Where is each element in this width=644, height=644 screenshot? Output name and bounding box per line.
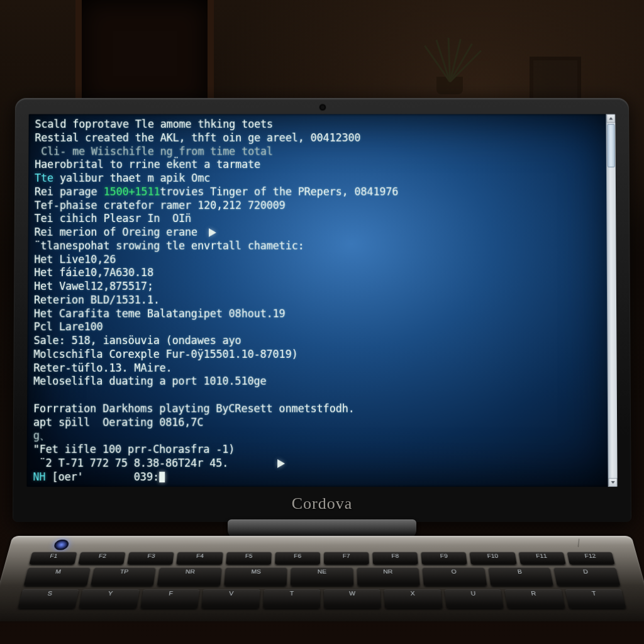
terminal-line: Het fáie10,7A630.18 bbox=[34, 266, 604, 280]
scroll-thumb[interactable] bbox=[608, 124, 615, 167]
terminal-text: Rei parage bbox=[35, 186, 104, 198]
keyboard-key[interactable]: NE bbox=[291, 567, 353, 586]
screen[interactable]: Scald foprotave Tle amome thking toetsRe… bbox=[26, 114, 617, 487]
terminal-line: Restial created the AKL, thft oin ge are… bbox=[35, 131, 602, 145]
terminal-text: Het Vawel12,875517; bbox=[34, 280, 153, 292]
terminal-text: Restial created the AKL, thft oin ge are… bbox=[35, 131, 360, 144]
keyboard-key[interactable]: NR bbox=[357, 567, 420, 586]
terminal-text: Tte bbox=[35, 172, 60, 184]
keyboard-key[interactable]: B bbox=[488, 567, 553, 586]
terminal-text: NH bbox=[33, 470, 52, 483]
keyboard-key[interactable]: F bbox=[140, 589, 199, 609]
terminal-line: Het Live10,26 bbox=[34, 253, 604, 267]
terminal-line: NH [oer' 039: bbox=[33, 470, 604, 484]
keyboard-key[interactable]: F7 bbox=[324, 552, 369, 565]
terminal-line: Tei cihich Pleasr In OIn̈ bbox=[35, 212, 604, 225]
terminal-text: Reter-tüflo.13. MAire. bbox=[33, 361, 172, 374]
terminal-text: Forrration Darkhoms playting ByCResett o… bbox=[33, 402, 355, 414]
terminal-text: trovies Tinger of the PRepers, 0841976 bbox=[160, 186, 398, 198]
keyboard-key[interactable]: F2 bbox=[78, 552, 125, 565]
keyboard-key[interactable]: Y bbox=[79, 589, 140, 609]
terminal-text: Tei cihich Pleasr In OIn̈ bbox=[35, 212, 191, 225]
terminal-text: "Fet iifle 100 prr-Chorasfra -1) bbox=[33, 443, 235, 455]
terminal-text: [oer' 039: bbox=[52, 470, 159, 483]
terminal-cursor bbox=[159, 472, 165, 482]
power-button[interactable] bbox=[53, 540, 70, 550]
laptop-brand-label: Cordova bbox=[13, 494, 631, 513]
webcam bbox=[319, 104, 326, 111]
keyboard-key[interactable]: TP bbox=[91, 567, 156, 586]
terminal-text: Molcschifla Corexple Fur-0ÿ15501.10-8701… bbox=[33, 348, 297, 360]
terminal-text: Sale: 518, iansöuvia (ondawes ayo bbox=[34, 334, 242, 347]
terminal-text: apt sp̈ill Oerating 0816,7C bbox=[33, 416, 204, 428]
keyboard-key[interactable]: F9 bbox=[421, 552, 468, 565]
keyboard-key[interactable]: R bbox=[504, 589, 565, 609]
terminal-text: Haerobrital to rrine ek̈ent a tarmate bbox=[35, 158, 260, 171]
play-icon bbox=[209, 228, 216, 237]
keyboard-key[interactable]: U bbox=[445, 589, 504, 609]
background-plant bbox=[411, 19, 487, 94]
scroll-down-button[interactable] bbox=[609, 478, 618, 487]
terminal-text: Pcl Lare100 bbox=[34, 321, 103, 333]
keyboard-key[interactable]: F8 bbox=[372, 552, 418, 565]
terminal-text: Cli- me Wiischifle ng from time total bbox=[35, 145, 273, 157]
terminal-text: ¨tlanespohat srowing tle envrtall chamet… bbox=[34, 239, 304, 252]
terminal-text: Tef-phaise cratefor ramer 120,212 720009 bbox=[35, 199, 286, 211]
keyboard[interactable]: F1F2F3F4F5F6F7F8F9F10F11F12 MTPNRMSNENRO… bbox=[18, 552, 626, 609]
play-icon bbox=[277, 459, 285, 468]
terminal-text: Meloselifla duating a port 1010.510ge bbox=[33, 375, 266, 387]
keyboard-key[interactable]: F11 bbox=[518, 552, 565, 565]
terminal-line: Reter-tüflo.13. MAire. bbox=[33, 361, 604, 375]
photo-scene: Scald foprotave Tle amome thking toetsRe… bbox=[0, 0, 644, 644]
keyboard-key[interactable]: T bbox=[263, 589, 320, 609]
terminal-line: Tef-phaise cratefor ramer 120,212 720009 bbox=[35, 199, 604, 212]
terminal-text: Scald foprotave Tle amome thking toets bbox=[35, 118, 272, 130]
terminal-line: Haerobrital to rrine ek̈ent a tarmate bbox=[35, 158, 603, 172]
terminal-line: Scald foprotave Tle amome thking toets bbox=[35, 118, 602, 131]
terminal-line: Meloselifla duating a port 1010.510ge bbox=[33, 375, 604, 389]
keyboard-key[interactable]: F12 bbox=[567, 552, 614, 565]
terminal-text: g、 bbox=[33, 430, 50, 442]
keyboard-key[interactable]: MS bbox=[224, 567, 287, 586]
keyboard-key[interactable]: W bbox=[324, 589, 381, 609]
keyboard-key[interactable]: M bbox=[24, 567, 91, 586]
keyboard-key[interactable]: NR bbox=[157, 567, 221, 586]
keyboard-key[interactable]: F10 bbox=[470, 552, 517, 565]
terminal-text: Het Live10,26 bbox=[34, 253, 116, 265]
keyboard-key[interactable]: V bbox=[201, 589, 260, 609]
terminal-line: ¨2 T-71 772 75 8.38-86T24r 45. bbox=[33, 457, 604, 470]
keyboard-key[interactable]: F1 bbox=[29, 552, 77, 565]
scroll-up-button[interactable] bbox=[606, 114, 615, 123]
terminal-line: Rei parage 1500+1511trovies Tinger of th… bbox=[35, 186, 603, 199]
terminal-text: ¨2 T-71 772 75 8.38-86T24r 45. bbox=[33, 457, 272, 469]
terminal-line: "Fet iifle 100 prr-Chorasfra -1) bbox=[33, 443, 605, 457]
keyboard-key[interactable]: D bbox=[554, 567, 621, 586]
terminal-output[interactable]: Scald foprotave Tle amome thking toetsRe… bbox=[33, 118, 604, 484]
keyboard-key[interactable]: F3 bbox=[128, 552, 175, 565]
keyboard-key[interactable]: T bbox=[565, 589, 626, 609]
terminal-text: Reterion BLD/1531.1. bbox=[34, 294, 160, 306]
keyboard-key[interactable]: S bbox=[18, 589, 79, 609]
terminal-line: Het Carafita teme Balatangipet 08hout.19 bbox=[34, 307, 604, 321]
terminal-text: Het Carafita teme Balatangipet 08hout.19 bbox=[34, 307, 286, 319]
terminal-line: Sale: 518, iansöuvia (ondawes ayo bbox=[34, 334, 604, 348]
terminal-line: Tte yalibur thaet m apik Omc bbox=[35, 172, 603, 185]
terminal-line bbox=[33, 389, 604, 402]
keyboard-key[interactable]: F6 bbox=[275, 552, 320, 565]
terminal-line: Het Vawel12,875517; bbox=[34, 280, 604, 294]
keyboard-key[interactable]: X bbox=[384, 589, 443, 609]
keyboard-key[interactable]: O bbox=[423, 567, 487, 586]
terminal-line: apt sp̈ill Oerating 0816,7C bbox=[33, 416, 604, 430]
base-scratch bbox=[578, 539, 579, 547]
terminal-line: Rei merion of Oreing erane bbox=[34, 226, 603, 239]
terminal-line: Forrration Darkhoms playting ByCResett o… bbox=[33, 402, 604, 416]
terminal-line: Pcl Lare100 bbox=[34, 321, 604, 335]
vertical-scrollbar[interactable] bbox=[606, 114, 617, 487]
terminal-line: ¨tlanespohat srowing tle envrtall chamet… bbox=[34, 239, 603, 253]
laptop: Scald foprotave Tle amome thking toetsRe… bbox=[13, 94, 631, 643]
keyboard-key[interactable]: F4 bbox=[177, 552, 223, 565]
terminal-line: Molcschifla Corexple Fur-0ÿ15501.10-8701… bbox=[33, 348, 604, 362]
terminal-line: Reterion BLD/1531.1. bbox=[34, 294, 604, 308]
keyboard-key[interactable]: F5 bbox=[226, 552, 272, 565]
laptop-base: F1F2F3F4F5F6F7F8F9F10F11F12 MTPNRMSNENRO… bbox=[0, 536, 644, 621]
